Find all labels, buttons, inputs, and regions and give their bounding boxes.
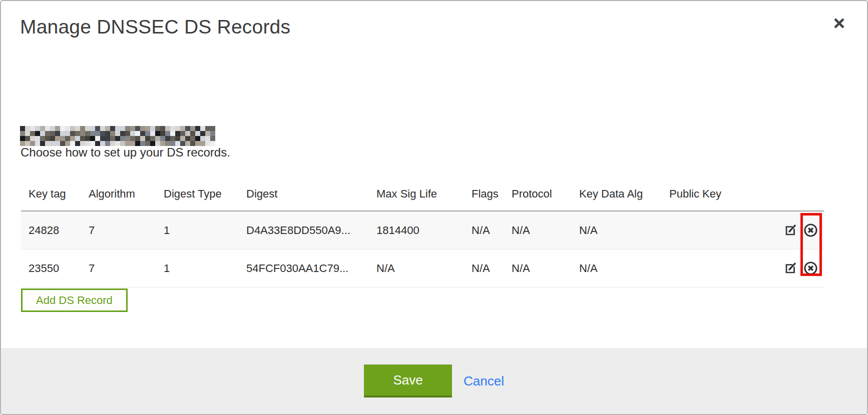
add-ds-record-button[interactable]: Add DS Record (21, 288, 128, 312)
edit-pencil-square-icon (784, 269, 797, 276)
close-button[interactable] (830, 14, 848, 32)
table-row: 23550 7 1 54FCF030AA1C79... N/A N/A N/A … (21, 250, 824, 288)
cell-digest: D4A33E8DD550A9... (246, 211, 376, 250)
delete-record-button[interactable] (803, 261, 818, 276)
column-header-protocol: Protocol (512, 178, 579, 211)
circle-x-delete-icon (803, 232, 818, 239)
cell-flags: N/A (472, 250, 512, 288)
ds-records-table: Key tag Algorithm Digest Type Digest Max… (21, 178, 824, 288)
column-header-max-sig-life: Max Sig Life (376, 178, 472, 211)
cell-protocol: N/A (512, 250, 579, 288)
cell-key-data-alg: N/A (579, 250, 669, 288)
dialog-footer: Save Cancel (1, 348, 867, 414)
cell-key-tag: 23550 (21, 250, 89, 288)
cancel-link[interactable]: Cancel (464, 374, 504, 389)
cell-digest-type: 1 (164, 250, 246, 288)
cell-flags: N/A (472, 211, 512, 250)
cell-algorithm: 7 (89, 211, 164, 250)
manage-dnssec-dialog: Manage DNSSEC DS Records Choose how to s… (0, 0, 868, 415)
cell-digest-type: 1 (164, 211, 246, 250)
table-row: 24828 7 1 D4A33E8DD550A9... 1814400 N/A … (21, 211, 824, 250)
close-x-icon (831, 16, 847, 31)
table-header-row: Key tag Algorithm Digest Type Digest Max… (21, 178, 824, 211)
cell-key-tag: 24828 (21, 211, 89, 250)
edit-record-button[interactable] (784, 262, 797, 275)
column-header-actions (780, 178, 824, 211)
cell-digest: 54FCF030AA1C79... (246, 250, 376, 288)
column-header-flags: Flags (472, 178, 512, 211)
column-header-key-data-alg: Key Data Alg (579, 178, 669, 211)
cell-protocol: N/A (512, 211, 579, 250)
cell-max-sig-life: 1814400 (376, 211, 472, 250)
instruction-text: Choose how to set up your DS records. (21, 146, 230, 160)
circle-x-delete-icon (803, 270, 818, 277)
dialog-title: Manage DNSSEC DS Records (20, 16, 290, 38)
save-button[interactable]: Save (364, 364, 452, 398)
edit-record-button[interactable] (784, 224, 797, 237)
column-header-algorithm: Algorithm (89, 178, 164, 211)
delete-record-button[interactable] (803, 223, 818, 238)
column-header-key-tag: Key tag (21, 178, 89, 211)
column-header-digest-type: Digest Type (164, 178, 246, 211)
cell-max-sig-life: N/A (376, 250, 472, 288)
cell-key-data-alg: N/A (579, 211, 669, 250)
column-header-public-key: Public Key (669, 178, 780, 211)
cell-public-key (669, 250, 780, 288)
cell-public-key (669, 211, 780, 250)
column-header-digest: Digest (246, 178, 376, 211)
cell-algorithm: 7 (89, 250, 164, 288)
redacted-domain-name (20, 126, 215, 146)
edit-pencil-square-icon (784, 231, 797, 238)
